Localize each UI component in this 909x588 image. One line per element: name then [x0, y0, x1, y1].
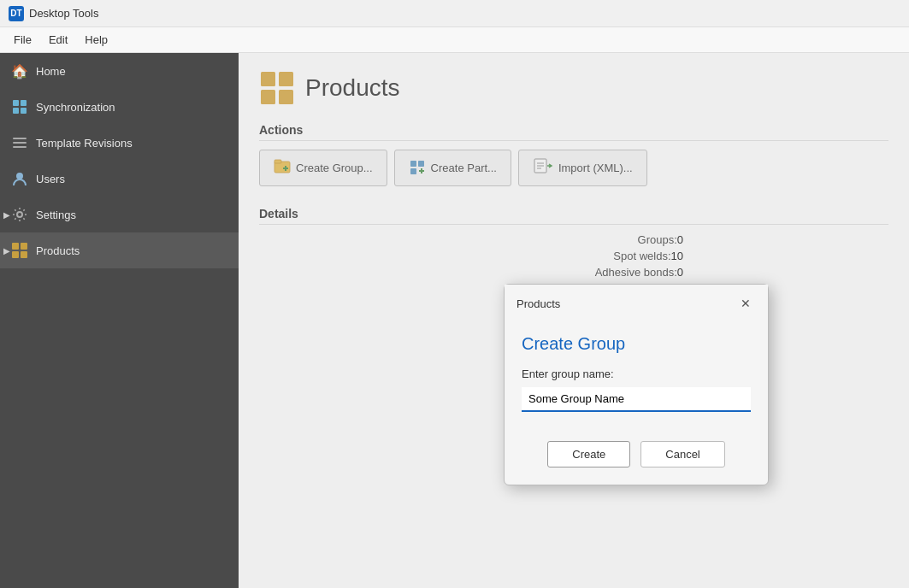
sidebar-label-template: Template Revisions: [36, 137, 133, 150]
svg-rect-1: [21, 100, 27, 106]
sidebar-item-template-revisions[interactable]: Template Revisions: [0, 125, 239, 161]
sidebar-item-settings[interactable]: ▶ Settings: [0, 197, 239, 232]
modal-overlay: Products ✕ Create Group Enter group name…: [239, 53, 909, 588]
products-expand-arrow: ▶: [3, 246, 10, 256]
app-icon: DT: [9, 6, 24, 21]
modal-titlebar: Products ✕: [505, 285, 768, 320]
svg-rect-0: [13, 100, 19, 106]
modal-cancel-button[interactable]: Cancel: [640, 441, 724, 467]
svg-rect-11: [12, 251, 19, 258]
svg-rect-9: [12, 243, 19, 250]
title-bar: DT Desktop Tools: [0, 0, 909, 27]
svg-rect-10: [21, 243, 27, 250]
sidebar-label-settings: Settings: [36, 209, 76, 221]
modal-close-button[interactable]: ✕: [735, 293, 756, 314]
content-area: Products Actions Create Group...: [239, 53, 909, 588]
svg-rect-3: [21, 108, 27, 114]
menu-help[interactable]: Help: [76, 30, 116, 50]
main-layout: 🏠 Home Synchronization: [0, 53, 909, 588]
svg-point-7: [16, 173, 23, 179]
sidebar-label-users: Users: [36, 173, 65, 185]
modal-title: Products: [516, 297, 560, 310]
modal-input-label: Enter group name:: [522, 368, 751, 380]
svg-rect-2: [13, 108, 19, 114]
svg-rect-12: [21, 251, 27, 258]
products-icon: [10, 241, 29, 260]
sidebar-item-users[interactable]: Users: [0, 161, 239, 197]
template-icon: [10, 133, 29, 152]
sidebar-item-products[interactable]: ▶ Products: [0, 232, 239, 268]
modal-section-title: Create Group: [522, 334, 751, 354]
menu-bar: File Edit Help: [0, 27, 909, 53]
settings-expand-arrow: ▶: [3, 210, 10, 220]
modal-create-button[interactable]: Create: [547, 441, 630, 467]
sidebar-item-synchronization[interactable]: Synchronization: [0, 89, 239, 125]
modal-body: Create Group Enter group name:: [505, 320, 768, 429]
svg-point-8: [17, 212, 22, 217]
svg-rect-4: [13, 138, 27, 139]
svg-rect-6: [13, 146, 27, 148]
svg-rect-5: [13, 142, 27, 144]
menu-file[interactable]: File: [5, 30, 40, 50]
users-icon: [10, 169, 29, 188]
sidebar-label-products: Products: [36, 244, 80, 257]
group-name-input[interactable]: [522, 387, 751, 412]
settings-icon: [10, 205, 29, 224]
home-icon: 🏠: [10, 62, 29, 80]
app-title: Desktop Tools: [29, 7, 98, 20]
sidebar-label-sync: Synchronization: [36, 101, 115, 114]
sidebar-item-home[interactable]: 🏠 Home: [0, 53, 239, 89]
create-group-modal: Products ✕ Create Group Enter group name…: [504, 284, 769, 485]
sidebar-label-home: Home: [36, 65, 66, 78]
sync-icon: [10, 97, 29, 116]
menu-edit[interactable]: Edit: [40, 30, 76, 50]
sidebar: 🏠 Home Synchronization: [0, 53, 239, 588]
modal-footer: Create Cancel: [505, 429, 768, 485]
